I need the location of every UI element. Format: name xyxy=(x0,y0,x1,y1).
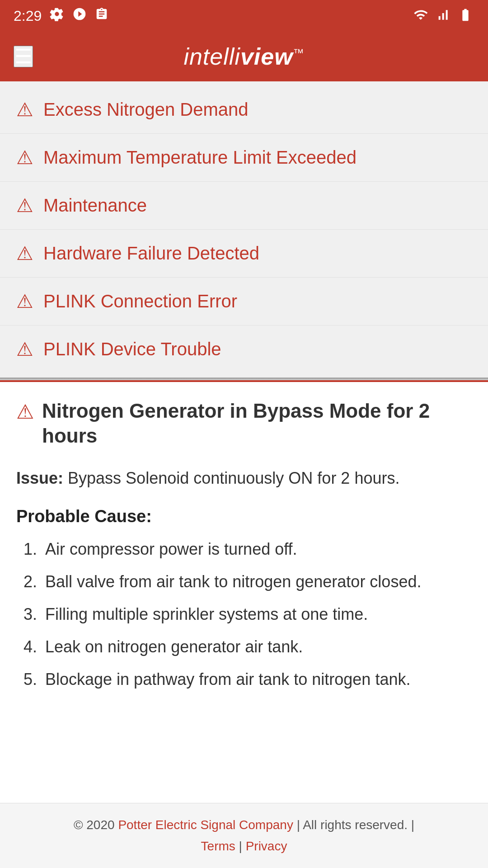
time-display: 2:29 xyxy=(14,8,42,24)
warning-icon-3: ⚠ xyxy=(16,194,33,217)
signal-icon xyxy=(436,8,450,24)
cause-item-5: Blockage in pathway from air tank to nit… xyxy=(42,667,472,692)
wifi-icon xyxy=(412,8,429,24)
cause-item-4: Leak on nitrogen generator air tank. xyxy=(42,635,472,659)
footer-line-2: Terms | Privacy xyxy=(14,835,474,857)
alert-item-2[interactable]: ⚠ Maximum Temperature Limit Exceeded xyxy=(0,134,488,182)
issue-line: Issue: Bypass Solenoid continuously ON f… xyxy=(16,466,472,491)
status-right xyxy=(412,8,474,24)
issue-label: Issue: xyxy=(16,469,63,487)
detail-title-text: Nitrogen Generator in Bypass Mode for 2 … xyxy=(42,398,472,448)
terms-link[interactable]: Terms xyxy=(201,839,235,853)
play-icon xyxy=(72,7,87,25)
warning-icon-1: ⚠ xyxy=(16,99,33,121)
alert-label-6: PLINK Device Trouble xyxy=(43,339,221,359)
footer-separator: | xyxy=(235,839,246,853)
rights-text: | All rights reserved. | xyxy=(293,818,414,832)
alert-label-5: PLINK Connection Error xyxy=(43,291,237,311)
alert-item-1[interactable]: ⚠ Excess Nitrogen Demand xyxy=(0,86,488,134)
warning-icon-4: ⚠ xyxy=(16,242,33,264)
brand-tm: ™ xyxy=(293,47,305,59)
cause-item-1: Air compressor power is turned off. xyxy=(42,537,472,561)
alert-label-2: Maximum Temperature Limit Exceeded xyxy=(43,147,357,168)
settings-icon xyxy=(50,7,64,25)
detail-title-row: ⚠ Nitrogen Generator in Bypass Mode for … xyxy=(16,398,472,448)
alert-item-3[interactable]: ⚠ Maintenance xyxy=(0,182,488,230)
clipboard-icon xyxy=(95,7,108,25)
copyright-text: © 2020 xyxy=(74,818,118,832)
footer: © 2020 Potter Electric Signal Company | … xyxy=(0,803,488,868)
alert-item-5[interactable]: ⚠ PLINK Connection Error xyxy=(0,278,488,326)
cause-item-3: Filling multiple sprinkler systems at on… xyxy=(42,602,472,627)
warning-icon-6: ⚠ xyxy=(16,338,33,360)
privacy-link[interactable]: Privacy xyxy=(246,839,287,853)
alert-list: ⚠ Excess Nitrogen Demand ⚠ Maximum Tempe… xyxy=(0,81,488,377)
alert-item-4[interactable]: ⚠ Hardware Failure Detected xyxy=(0,230,488,278)
detail-panel: ⚠ Nitrogen Generator in Bypass Mode for … xyxy=(0,382,488,803)
probable-cause-heading: Probable Cause: xyxy=(16,507,472,526)
footer-line-1: © 2020 Potter Electric Signal Company | … xyxy=(14,814,474,836)
alert-label-1: Excess Nitrogen Demand xyxy=(43,99,249,120)
brand-logo: intelliview™ xyxy=(183,43,304,70)
status-left: 2:29 xyxy=(14,7,108,25)
status-bar: 2:29 xyxy=(0,0,488,32)
brand-normal: intelli xyxy=(183,43,240,70)
detail-warning-icon: ⚠ xyxy=(16,400,34,423)
brand-bold: view xyxy=(240,43,293,70)
battery-icon xyxy=(456,8,474,24)
issue-text: Bypass Solenoid continuously ON for 2 ho… xyxy=(63,469,399,487)
menu-button[interactable]: ☰ xyxy=(14,46,33,67)
cause-list: Air compressor power is turned off. Ball… xyxy=(16,537,472,692)
alert-item-6[interactable]: ⚠ PLINK Device Trouble xyxy=(0,326,488,373)
alert-label-4: Hardware Failure Detected xyxy=(43,243,259,264)
warning-icon-2: ⚠ xyxy=(16,146,33,169)
company-link[interactable]: Potter Electric Signal Company xyxy=(118,818,293,832)
alert-label-3: Maintenance xyxy=(43,195,147,216)
app-bar: ☰ intelliview™ xyxy=(0,32,488,81)
cause-item-2: Ball valve from air tank to nitrogen gen… xyxy=(42,570,472,594)
warning-icon-5: ⚠ xyxy=(16,290,33,312)
